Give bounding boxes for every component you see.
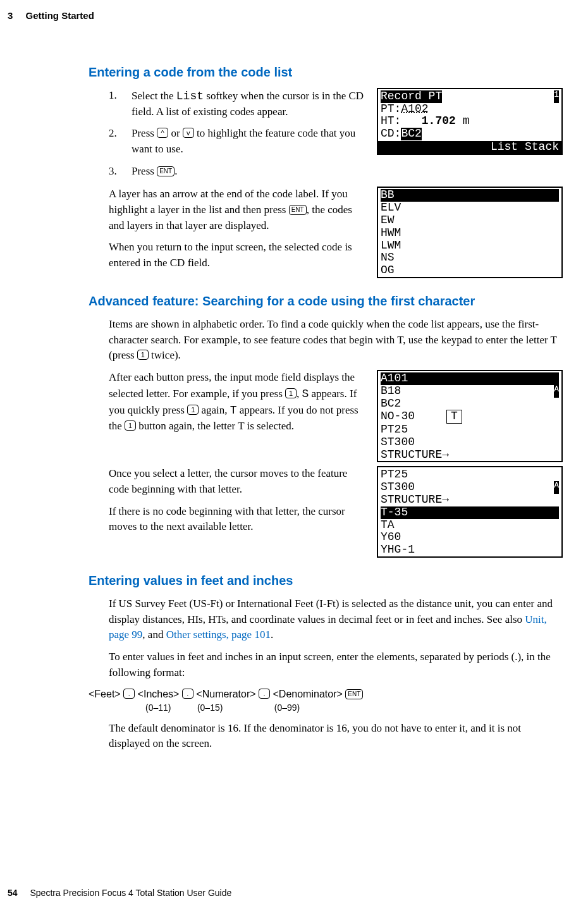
list-item: PT25 <box>378 469 561 481</box>
list-item: OG <box>378 264 561 277</box>
list-item: EW <box>378 214 561 227</box>
list-item: HWM <box>378 227 561 240</box>
one-key-icon: 1 <box>137 350 149 360</box>
text: Select the <box>132 90 176 102</box>
dot-key-icon: . <box>182 689 193 699</box>
list-item: PT25 <box>378 424 561 436</box>
text: When you return to the input screen, the… <box>109 240 364 271</box>
list-item: 2. Press ^ or v to highlight the feature… <box>109 126 364 157</box>
text: To enter values in feet and inches in an… <box>109 649 563 680</box>
letter-display: S <box>302 388 309 400</box>
chapter-title: Getting Started <box>26 10 94 21</box>
book-title: Spectra Precision Focus 4 Total Station … <box>30 888 231 898</box>
softkey-label: List <box>176 90 204 102</box>
text: If US Survey Feet (US-Ft) or Internation… <box>109 598 553 625</box>
format-token: <Numerator> <box>196 689 255 699</box>
one-key-icon: 1 <box>125 420 136 431</box>
down-key-icon: v <box>183 128 194 138</box>
format-token: <Feet> <box>89 689 121 699</box>
list-item: A101 <box>381 372 559 385</box>
page-indicator-icon: 1 <box>554 90 559 103</box>
text: The default denominator is 16. If the de… <box>109 721 563 752</box>
lcd-label: PT: <box>381 102 401 115</box>
list-item: B18 <box>381 385 401 398</box>
lcd-value-selected: BC2 <box>401 128 421 140</box>
section-title-code-list: Entering a code from the code list <box>89 63 563 82</box>
format-token: <Inches> <box>138 689 180 699</box>
lcd-figure-layer-list: BB ELV EW HWM LWM NS OG <box>377 187 563 278</box>
page-content: Entering a code from the code list 1. Se… <box>0 25 588 752</box>
mode-indicator-icon: A <box>554 385 559 398</box>
list-item: TA <box>378 519 561 532</box>
page-footer: 54 Spectra Precision Focus 4 Total Stati… <box>8 887 231 899</box>
ent-key-icon: ENT <box>289 205 307 215</box>
lcd-value: 1.702 <box>401 114 455 127</box>
format-token: <Denominator> <box>273 689 343 699</box>
text: or <box>168 127 183 139</box>
lcd-figure-search-t: A101 B18A BC2 NO-30T PT25 ST300 STRUCTUR… <box>377 370 563 463</box>
dot-key-icon: . <box>123 689 135 699</box>
one-key-icon: 1 <box>285 388 297 398</box>
up-key-icon: ^ <box>157 128 168 138</box>
input-letter-box: T <box>446 410 462 424</box>
text: Press <box>132 127 157 139</box>
list-item: ST300 <box>381 481 415 494</box>
dot-key-icon: . <box>259 689 270 699</box>
text: . <box>271 629 273 641</box>
format-range: (0–11) <box>145 701 195 714</box>
lcd-figure-record-pt: Record PT 1 PT:A102 HT: 1.702 m CD:BC2 L… <box>377 88 563 155</box>
one-key-icon: 1 <box>187 405 199 415</box>
section-title-first-char-search: Advanced feature: Searching for a code u… <box>89 292 563 310</box>
chapter-number: 3 <box>8 10 13 21</box>
format-range: (0–99) <box>274 701 300 714</box>
list-item: LWM <box>378 240 561 252</box>
cross-ref-link[interactable]: Other settings, page 101 <box>166 629 271 641</box>
text: again, <box>199 404 230 416</box>
format-range: (0–15) <box>197 701 272 714</box>
list-item: NS <box>378 252 561 264</box>
lcd-label: CD: <box>381 127 401 140</box>
list-item: BB <box>381 189 559 202</box>
list-item: Y60 <box>378 531 561 544</box>
letter-display: T <box>230 404 237 417</box>
list-item: YHG-1 <box>378 544 561 556</box>
lcd-unit: m <box>456 114 470 127</box>
list-item: BC2 <box>378 398 561 410</box>
text: , <box>297 388 302 400</box>
text: Once you select a letter, the cursor mov… <box>109 466 364 497</box>
list-item: STRUCTURE→ <box>378 449 561 462</box>
text: twice). <box>149 349 181 361</box>
list-item: 1. Select the List softkey when the curs… <box>109 88 364 120</box>
mode-indicator-icon: A <box>554 481 559 494</box>
list-item: STRUCTURE→ <box>378 494 561 506</box>
text: If there is no code beginning with that … <box>109 504 364 535</box>
ent-key-icon: ENT <box>157 166 175 176</box>
list-item: ELV <box>378 202 561 214</box>
lcd-value: A102 <box>401 102 428 115</box>
text: , and <box>142 629 166 641</box>
list-item: T-35 <box>381 506 559 519</box>
step-number: 2. <box>109 126 132 157</box>
input-format-diagram: <Feet> . <Inches> . <Numerator> . <Denom… <box>89 687 563 714</box>
lcd-figure-search-result: PT25 ST300A STRUCTURE→ T-35 TA Y60 YHG-1 <box>377 466 563 558</box>
list-item: NO-30 <box>381 410 415 422</box>
step-number: 3. <box>109 164 132 180</box>
lcd-softkey-bar: List Stack <box>378 141 561 154</box>
page-number: 54 <box>8 888 18 898</box>
text: button again, the letter T is selected. <box>136 420 294 432</box>
ent-key-icon: ENT <box>345 689 363 699</box>
text: Press <box>132 165 157 177</box>
section-title-feet-inches: Entering values in feet and inches <box>89 572 563 590</box>
text: . <box>175 165 177 177</box>
step-number: 1. <box>109 88 132 120</box>
page-header: 3 Getting Started <box>0 0 588 25</box>
lcd-label: HT: <box>381 114 401 127</box>
list-item: ST300 <box>378 436 561 449</box>
list-item: 3. Press ENT. <box>109 164 364 180</box>
lcd-title: Record PT <box>381 90 442 103</box>
